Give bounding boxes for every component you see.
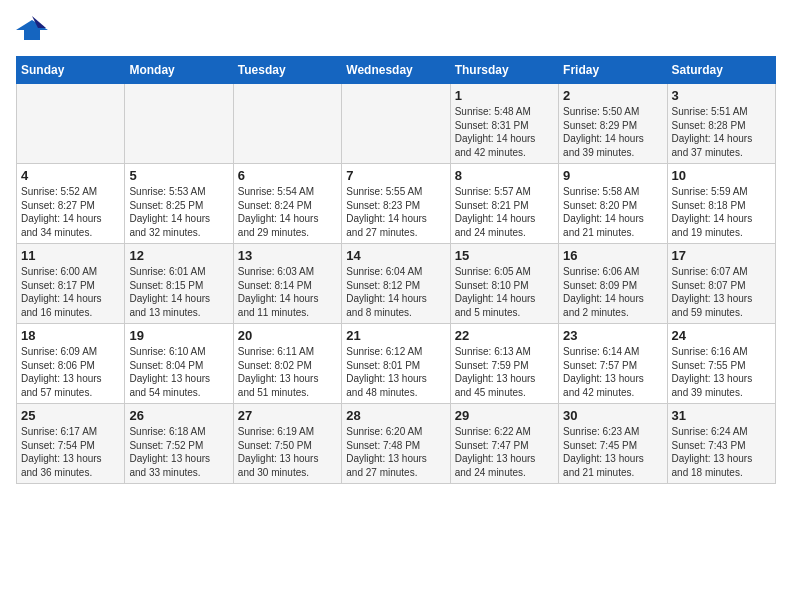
calendar-cell: 19Sunrise: 6:10 AM Sunset: 8:04 PM Dayli… [125, 324, 233, 404]
day-details: Sunrise: 6:17 AM Sunset: 7:54 PM Dayligh… [21, 425, 120, 479]
day-number: 28 [346, 408, 445, 423]
calendar-cell: 13Sunrise: 6:03 AM Sunset: 8:14 PM Dayli… [233, 244, 341, 324]
day-details: Sunrise: 5:55 AM Sunset: 8:23 PM Dayligh… [346, 185, 445, 239]
calendar-week-row: 25Sunrise: 6:17 AM Sunset: 7:54 PM Dayli… [17, 404, 776, 484]
calendar-cell: 17Sunrise: 6:07 AM Sunset: 8:07 PM Dayli… [667, 244, 775, 324]
day-number: 8 [455, 168, 554, 183]
calendar-cell: 14Sunrise: 6:04 AM Sunset: 8:12 PM Dayli… [342, 244, 450, 324]
logo [16, 16, 52, 44]
day-number: 6 [238, 168, 337, 183]
day-number: 22 [455, 328, 554, 343]
calendar-cell: 29Sunrise: 6:22 AM Sunset: 7:47 PM Dayli… [450, 404, 558, 484]
day-details: Sunrise: 6:13 AM Sunset: 7:59 PM Dayligh… [455, 345, 554, 399]
day-details: Sunrise: 6:22 AM Sunset: 7:47 PM Dayligh… [455, 425, 554, 479]
calendar-cell: 2Sunrise: 5:50 AM Sunset: 8:29 PM Daylig… [559, 84, 667, 164]
calendar-cell: 30Sunrise: 6:23 AM Sunset: 7:45 PM Dayli… [559, 404, 667, 484]
calendar-cell: 5Sunrise: 5:53 AM Sunset: 8:25 PM Daylig… [125, 164, 233, 244]
day-number: 3 [672, 88, 771, 103]
column-header-sunday: Sunday [17, 57, 125, 84]
calendar-week-row: 18Sunrise: 6:09 AM Sunset: 8:06 PM Dayli… [17, 324, 776, 404]
day-details: Sunrise: 6:23 AM Sunset: 7:45 PM Dayligh… [563, 425, 662, 479]
calendar-cell: 26Sunrise: 6:18 AM Sunset: 7:52 PM Dayli… [125, 404, 233, 484]
day-details: Sunrise: 5:59 AM Sunset: 8:18 PM Dayligh… [672, 185, 771, 239]
calendar-cell: 23Sunrise: 6:14 AM Sunset: 7:57 PM Dayli… [559, 324, 667, 404]
day-number: 11 [21, 248, 120, 263]
column-header-wednesday: Wednesday [342, 57, 450, 84]
day-number: 17 [672, 248, 771, 263]
day-number: 7 [346, 168, 445, 183]
column-header-friday: Friday [559, 57, 667, 84]
calendar-cell: 20Sunrise: 6:11 AM Sunset: 8:02 PM Dayli… [233, 324, 341, 404]
day-details: Sunrise: 6:07 AM Sunset: 8:07 PM Dayligh… [672, 265, 771, 319]
calendar-cell: 6Sunrise: 5:54 AM Sunset: 8:24 PM Daylig… [233, 164, 341, 244]
calendar-week-row: 1Sunrise: 5:48 AM Sunset: 8:31 PM Daylig… [17, 84, 776, 164]
calendar-cell: 31Sunrise: 6:24 AM Sunset: 7:43 PM Dayli… [667, 404, 775, 484]
calendar-cell: 16Sunrise: 6:06 AM Sunset: 8:09 PM Dayli… [559, 244, 667, 324]
day-details: Sunrise: 6:00 AM Sunset: 8:17 PM Dayligh… [21, 265, 120, 319]
day-number: 23 [563, 328, 662, 343]
calendar-cell [233, 84, 341, 164]
day-details: Sunrise: 5:53 AM Sunset: 8:25 PM Dayligh… [129, 185, 228, 239]
day-details: Sunrise: 5:52 AM Sunset: 8:27 PM Dayligh… [21, 185, 120, 239]
day-details: Sunrise: 6:16 AM Sunset: 7:55 PM Dayligh… [672, 345, 771, 399]
day-details: Sunrise: 6:11 AM Sunset: 8:02 PM Dayligh… [238, 345, 337, 399]
day-details: Sunrise: 6:03 AM Sunset: 8:14 PM Dayligh… [238, 265, 337, 319]
calendar-cell: 25Sunrise: 6:17 AM Sunset: 7:54 PM Dayli… [17, 404, 125, 484]
calendar-cell: 9Sunrise: 5:58 AM Sunset: 8:20 PM Daylig… [559, 164, 667, 244]
calendar-cell: 10Sunrise: 5:59 AM Sunset: 8:18 PM Dayli… [667, 164, 775, 244]
calendar-cell [125, 84, 233, 164]
day-number: 30 [563, 408, 662, 423]
day-details: Sunrise: 5:57 AM Sunset: 8:21 PM Dayligh… [455, 185, 554, 239]
day-details: Sunrise: 5:54 AM Sunset: 8:24 PM Dayligh… [238, 185, 337, 239]
calendar-cell: 3Sunrise: 5:51 AM Sunset: 8:28 PM Daylig… [667, 84, 775, 164]
day-number: 13 [238, 248, 337, 263]
day-number: 1 [455, 88, 554, 103]
column-header-tuesday: Tuesday [233, 57, 341, 84]
day-details: Sunrise: 6:24 AM Sunset: 7:43 PM Dayligh… [672, 425, 771, 479]
day-number: 21 [346, 328, 445, 343]
calendar-cell: 21Sunrise: 6:12 AM Sunset: 8:01 PM Dayli… [342, 324, 450, 404]
calendar-cell: 18Sunrise: 6:09 AM Sunset: 8:06 PM Dayli… [17, 324, 125, 404]
day-details: Sunrise: 6:09 AM Sunset: 8:06 PM Dayligh… [21, 345, 120, 399]
day-number: 16 [563, 248, 662, 263]
calendar-cell: 28Sunrise: 6:20 AM Sunset: 7:48 PM Dayli… [342, 404, 450, 484]
calendar-cell: 7Sunrise: 5:55 AM Sunset: 8:23 PM Daylig… [342, 164, 450, 244]
day-number: 9 [563, 168, 662, 183]
day-details: Sunrise: 5:48 AM Sunset: 8:31 PM Dayligh… [455, 105, 554, 159]
day-details: Sunrise: 6:04 AM Sunset: 8:12 PM Dayligh… [346, 265, 445, 319]
day-number: 24 [672, 328, 771, 343]
page-header [16, 16, 776, 44]
day-details: Sunrise: 5:50 AM Sunset: 8:29 PM Dayligh… [563, 105, 662, 159]
day-number: 29 [455, 408, 554, 423]
calendar-cell: 8Sunrise: 5:57 AM Sunset: 8:21 PM Daylig… [450, 164, 558, 244]
day-number: 15 [455, 248, 554, 263]
svg-marker-0 [16, 20, 48, 40]
calendar-cell: 15Sunrise: 6:05 AM Sunset: 8:10 PM Dayli… [450, 244, 558, 324]
column-header-thursday: Thursday [450, 57, 558, 84]
day-details: Sunrise: 6:20 AM Sunset: 7:48 PM Dayligh… [346, 425, 445, 479]
day-number: 2 [563, 88, 662, 103]
day-details: Sunrise: 5:51 AM Sunset: 8:28 PM Dayligh… [672, 105, 771, 159]
column-header-monday: Monday [125, 57, 233, 84]
day-details: Sunrise: 5:58 AM Sunset: 8:20 PM Dayligh… [563, 185, 662, 239]
column-header-saturday: Saturday [667, 57, 775, 84]
day-details: Sunrise: 6:10 AM Sunset: 8:04 PM Dayligh… [129, 345, 228, 399]
logo-icon [16, 16, 48, 44]
calendar-cell: 24Sunrise: 6:16 AM Sunset: 7:55 PM Dayli… [667, 324, 775, 404]
day-number: 20 [238, 328, 337, 343]
calendar-cell: 27Sunrise: 6:19 AM Sunset: 7:50 PM Dayli… [233, 404, 341, 484]
day-details: Sunrise: 6:12 AM Sunset: 8:01 PM Dayligh… [346, 345, 445, 399]
day-number: 31 [672, 408, 771, 423]
calendar-header-row: SundayMondayTuesdayWednesdayThursdayFrid… [17, 57, 776, 84]
day-number: 27 [238, 408, 337, 423]
day-number: 18 [21, 328, 120, 343]
day-number: 4 [21, 168, 120, 183]
calendar-table: SundayMondayTuesdayWednesdayThursdayFrid… [16, 56, 776, 484]
day-number: 12 [129, 248, 228, 263]
day-details: Sunrise: 6:18 AM Sunset: 7:52 PM Dayligh… [129, 425, 228, 479]
day-details: Sunrise: 6:19 AM Sunset: 7:50 PM Dayligh… [238, 425, 337, 479]
calendar-cell [17, 84, 125, 164]
calendar-week-row: 4Sunrise: 5:52 AM Sunset: 8:27 PM Daylig… [17, 164, 776, 244]
day-number: 10 [672, 168, 771, 183]
calendar-cell: 1Sunrise: 5:48 AM Sunset: 8:31 PM Daylig… [450, 84, 558, 164]
